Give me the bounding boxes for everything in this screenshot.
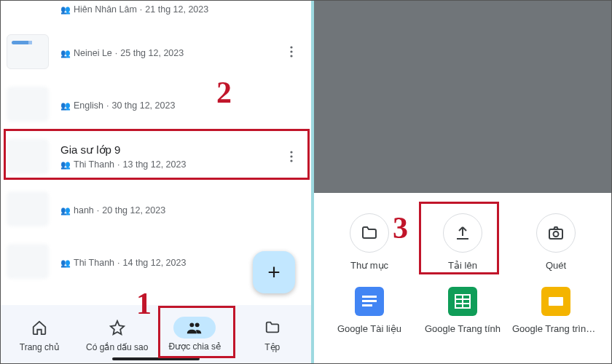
svg-point-4 (290, 155, 292, 157)
docs-icon (355, 287, 384, 316)
sheet-label: Google Tài liệu (337, 323, 401, 334)
file-thumbnail (7, 34, 49, 69)
more-button[interactable] (282, 147, 301, 166)
sheet-item-folder[interactable]: Thư mục (326, 213, 413, 271)
nav-label: Có gắn dấu sao (86, 342, 148, 352)
gesture-bar (112, 357, 200, 360)
sheet-label: Quét (546, 260, 566, 271)
sheets-icon (448, 287, 477, 316)
file-thumbnail (7, 87, 49, 122)
folder-icon (251, 316, 294, 339)
shared-icon: 👥 (60, 160, 71, 170)
plus-icon: + (267, 260, 280, 285)
home-icon (18, 316, 60, 339)
file-date: 14 thg 12, 2023 (123, 258, 187, 268)
file-thumbnail (7, 244, 49, 279)
sheet-label: Thư mục (350, 260, 388, 271)
star-icon (96, 316, 138, 339)
shared-icon: 👥 (60, 5, 71, 15)
sheet-item-slides[interactable]: Google Trang trình bày (512, 287, 600, 334)
svg-point-3 (290, 151, 292, 153)
svg-point-1 (290, 50, 292, 52)
more-button[interactable] (282, 42, 301, 61)
shared-icon: 👥 (60, 101, 71, 111)
shared-icon: 👥 (60, 49, 71, 58)
tab-starred[interactable]: Có gắn dấu sao (79, 305, 157, 363)
list-item[interactable]: Gia sư lớp 9 👥 Thi Thanh · 13 thg 12, 20… (1, 130, 311, 183)
list-item[interactable]: 👥 Hiên Nhân Lâm · 21 thg 12, 2023 (1, 1, 311, 25)
camera-icon (536, 213, 576, 253)
file-owner: hanh (74, 205, 94, 215)
file-date: 20 thg 12, 2023 (102, 205, 165, 215)
nav-label: Tệp (264, 342, 280, 352)
file-owner: Neinei Le (74, 48, 112, 58)
svg-point-2 (290, 55, 292, 57)
svg-point-7 (195, 323, 200, 327)
shared-icon: 👥 (60, 206, 71, 215)
people-icon (173, 317, 216, 339)
fab-new[interactable]: + (253, 251, 295, 293)
sheet-label: Google Trang tính (425, 323, 501, 334)
list-item[interactable]: 👥 English · 30 thg 12, 2023 (1, 78, 311, 130)
bottom-sheet-screen: Thư mục Tải lên Quét (314, 1, 611, 363)
sheet-item-scan[interactable]: Quét (512, 213, 600, 271)
shared-icon: 👥 (60, 258, 71, 268)
file-thumbnail (7, 191, 49, 226)
file-date: 30 thg 12, 2023 (111, 100, 175, 111)
nav-label: Được chia sẻ (169, 341, 221, 352)
tab-files[interactable]: Tệp (234, 305, 312, 363)
svg-point-5 (290, 159, 292, 162)
file-thumbnail (7, 139, 49, 174)
svg-rect-20 (549, 297, 563, 306)
sheet-item-upload[interactable]: Tải lên (419, 213, 506, 271)
new-item-sheet: Thư mục Tải lên Quét (314, 193, 611, 363)
svg-point-6 (190, 323, 195, 327)
svg-point-9 (554, 232, 559, 237)
list-item[interactable]: 👥 hanh · 20 thg 12, 2023 (1, 183, 311, 235)
sheet-label: Tải lên (448, 260, 477, 271)
sheet-label: Google Trang trình bày (512, 323, 600, 334)
file-owner: Thi Thanh (74, 258, 114, 268)
svg-rect-8 (549, 229, 562, 239)
svg-rect-11 (362, 296, 377, 298)
sheet-item-docs[interactable]: Google Tài liệu (326, 287, 413, 334)
svg-point-0 (290, 46, 292, 48)
file-date: 13 thg 12, 2023 (123, 159, 187, 170)
list-item[interactable]: 👥 Neinei Le · 25 thg 12, 2023 (1, 25, 311, 78)
sheet-item-sheets[interactable]: Google Trang tính (419, 287, 506, 334)
file-name: Gia sư lớp 9 (60, 143, 282, 157)
tab-shared[interactable]: Được chia sẻ (156, 305, 234, 363)
file-owner: Hiên Nhân Lâm (74, 4, 137, 15)
nav-label: Trang chủ (20, 342, 60, 352)
folder-icon (350, 213, 389, 253)
upload-icon (443, 213, 482, 253)
scrim[interactable] (314, 1, 611, 193)
slides-icon (541, 287, 570, 316)
file-owner: English (74, 100, 103, 111)
svg-rect-13 (362, 304, 372, 306)
drive-shared-screen: 👥 Hiên Nhân Lâm · 21 thg 12, 2023 👥 Nein… (1, 1, 314, 363)
file-date: 25 thg 12, 2023 (120, 48, 184, 58)
file-date: 21 thg 12, 2023 (145, 4, 208, 15)
file-owner: Thi Thanh (74, 159, 114, 170)
bottom-nav: Trang chủ Có gắn dấu sao Được chia sẻ Tệ… (1, 305, 311, 363)
svg-rect-12 (362, 300, 377, 302)
tab-home[interactable]: Trang chủ (1, 305, 79, 363)
